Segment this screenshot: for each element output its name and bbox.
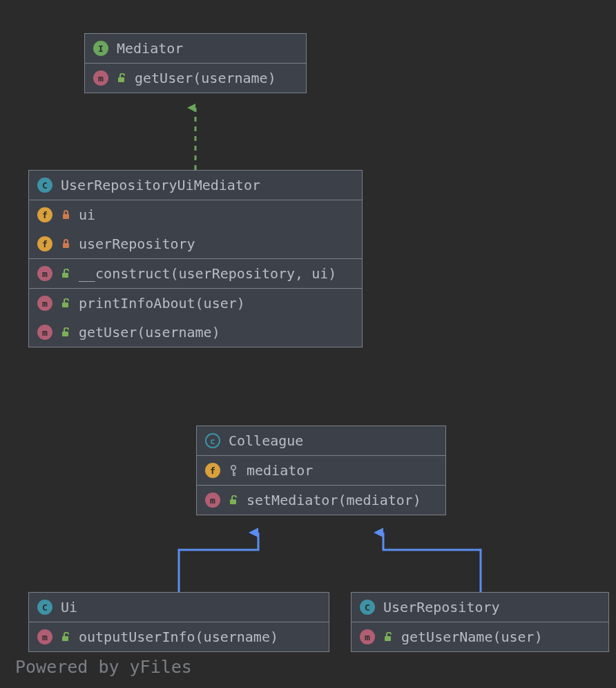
diagram-canvas: I Mediator m getUser(username) C UserRep… <box>0 0 616 688</box>
private-icon <box>61 239 70 249</box>
field-name: ui <box>79 207 95 223</box>
footer-credit: Powered by yFiles <box>15 657 192 677</box>
method-icon: m <box>93 70 108 86</box>
class-name: Mediator <box>117 40 183 57</box>
method-row: m getUserName(user) <box>352 622 608 651</box>
method-signature: getUserName(user) <box>401 629 543 645</box>
svg-rect-1 <box>118 77 124 82</box>
private-icon <box>61 210 70 220</box>
public-icon <box>61 269 70 278</box>
class-name: Colleague <box>229 432 303 449</box>
field-row: f userRepository <box>29 229 362 258</box>
class-name: UserRepository <box>383 599 500 615</box>
method-icon: m <box>205 493 220 508</box>
method-row: m printInfoAbout(user) <box>29 289 362 318</box>
public-icon <box>61 298 70 308</box>
field-row: f mediator <box>197 456 445 485</box>
method-row: m getUser(username) <box>29 318 362 347</box>
method-row: m __construct(userRepository, ui) <box>29 259 362 288</box>
public-icon <box>61 632 70 642</box>
class-icon: C <box>360 600 375 615</box>
class-box-urum[interactable]: C UserRepositoryUiMediator f ui f userRe… <box>28 170 363 347</box>
interface-icon: I <box>93 41 108 56</box>
method-signature: getUser(username) <box>135 70 276 86</box>
abstract-class-icon: c <box>205 433 220 448</box>
svg-rect-13 <box>385 636 391 641</box>
field-name: mediator <box>247 462 313 479</box>
public-icon <box>229 495 238 505</box>
public-icon <box>383 632 393 642</box>
method-signature: getUser(username) <box>79 324 220 341</box>
method-icon: m <box>37 325 52 340</box>
method-icon: m <box>37 296 52 311</box>
svg-rect-12 <box>62 636 68 641</box>
svg-rect-4 <box>62 273 68 278</box>
method-icon: m <box>37 266 52 281</box>
method-icon: m <box>37 629 52 644</box>
class-icon: C <box>37 178 52 193</box>
class-header: C Ui <box>29 593 329 622</box>
class-box-user-repository[interactable]: C UserRepository m getUserName(user) <box>351 592 609 652</box>
class-header: C UserRepository <box>352 593 608 622</box>
public-icon <box>61 327 70 337</box>
svg-point-7 <box>231 466 235 470</box>
class-header: I Mediator <box>85 34 306 64</box>
method-row: m setMediator(mediator) <box>197 486 445 515</box>
svg-rect-6 <box>62 332 68 336</box>
class-box-colleague[interactable]: c Colleague f mediator m setMediator(med… <box>196 426 446 515</box>
method-signature: outputUserInfo(username) <box>79 629 278 645</box>
method-signature: __construct(userRepository, ui) <box>79 265 336 282</box>
field-icon: f <box>205 463 220 478</box>
class-name: UserRepositoryUiMediator <box>61 177 260 193</box>
method-icon: m <box>360 629 375 644</box>
public-icon <box>117 73 126 83</box>
svg-rect-10 <box>233 475 235 476</box>
svg-rect-11 <box>230 499 236 504</box>
field-row: f ui <box>29 200 362 229</box>
protected-icon <box>229 466 238 475</box>
class-box-ui[interactable]: C Ui m outputUserInfo(username) <box>28 592 329 652</box>
svg-rect-9 <box>233 472 235 474</box>
field-icon: f <box>37 236 52 251</box>
field-name: userRepository <box>79 236 195 252</box>
svg-rect-2 <box>63 214 69 219</box>
class-header: c Colleague <box>197 426 445 456</box>
svg-rect-3 <box>63 243 69 248</box>
method-signature: printInfoAbout(user) <box>79 295 245 312</box>
class-name: Ui <box>61 599 77 615</box>
class-icon: C <box>37 600 52 615</box>
class-header: C UserRepositoryUiMediator <box>29 171 362 200</box>
field-icon: f <box>37 207 52 222</box>
method-row: m outputUserInfo(username) <box>29 622 329 651</box>
method-signature: setMediator(mediator) <box>247 492 421 508</box>
method-row: m getUser(username) <box>85 64 306 93</box>
class-box-mediator[interactable]: I Mediator m getUser(username) <box>84 33 307 93</box>
svg-rect-5 <box>62 303 68 307</box>
